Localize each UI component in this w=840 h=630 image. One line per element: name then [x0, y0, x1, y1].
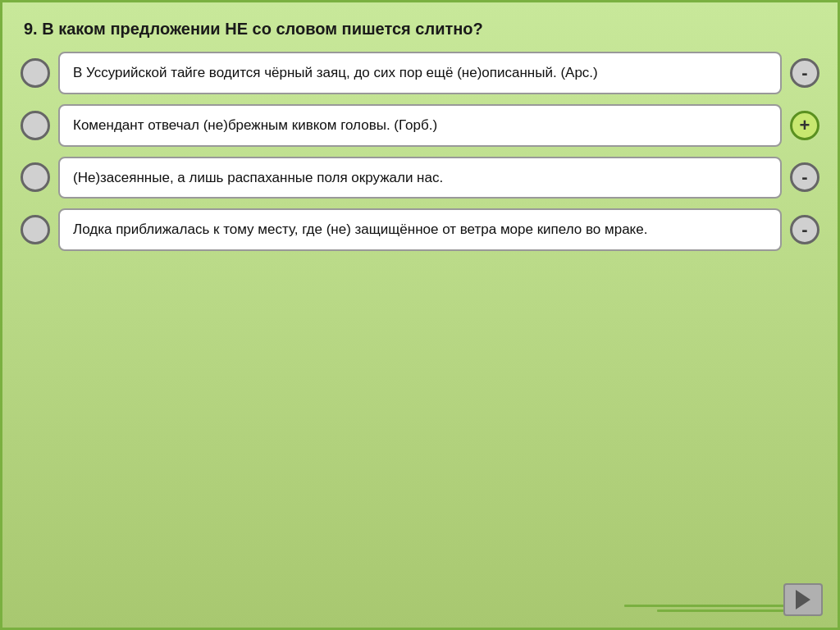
deco-line-2 [657, 609, 788, 612]
sign-btn-3[interactable]: - [790, 162, 819, 192]
sign-btn-2[interactable]: + [790, 111, 819, 140]
decorative-lines [624, 605, 788, 619]
radio-btn-4[interactable] [21, 215, 50, 244]
answer-card-1[interactable]: В Уссурийской тайге водится чёрный заяц,… [58, 52, 782, 94]
deco-line-1 [624, 605, 788, 607]
answer-row-1: В Уссурийской тайге водится чёрный заяц,… [21, 52, 819, 94]
answer-row-3: (Не)засеянные, а лишь распаханные поля о… [21, 157, 819, 199]
answer-row-2: Комендант отвечал (не)брежным кивком гол… [21, 104, 819, 147]
next-arrow-icon [796, 590, 810, 609]
answer-row-4: Лодка приближалась к тому месту, где (не… [21, 208, 819, 251]
answer-card-3[interactable]: (Не)засеянные, а лишь распаханные поля о… [58, 157, 782, 199]
next-button[interactable] [783, 583, 823, 616]
radio-inner-2 [30, 120, 41, 131]
answer-card-2[interactable]: Комендант отвечал (не)брежным кивком гол… [58, 104, 782, 147]
radio-btn-3[interactable] [21, 162, 50, 192]
radio-inner-1 [30, 67, 41, 79]
answers-area: В Уссурийской тайге водится чёрный заяц,… [21, 52, 819, 251]
question-text: 9. В каком предложении НЕ со словом пише… [21, 17, 819, 40]
answer-card-4[interactable]: Лодка приближалась к тому месту, где (не… [58, 208, 782, 251]
sign-btn-4[interactable]: - [790, 215, 819, 244]
radio-inner-4 [30, 224, 41, 235]
radio-inner-3 [30, 171, 41, 183]
quiz-container: 9. В каком предложении НЕ со словом пише… [0, 0, 840, 630]
sign-btn-1[interactable]: - [790, 58, 819, 88]
radio-btn-1[interactable] [21, 58, 50, 88]
radio-btn-2[interactable] [21, 111, 50, 140]
